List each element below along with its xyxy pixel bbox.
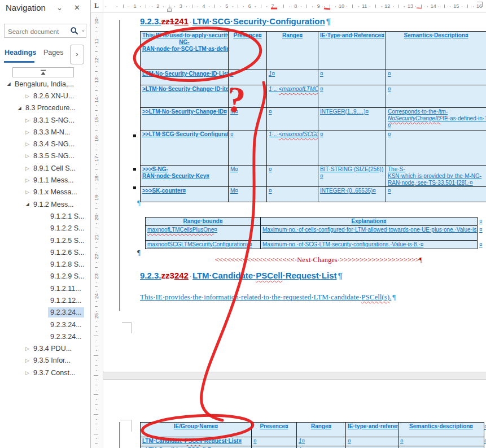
table-cell[interactable]: INTEGER·(0..65535)¤ (318, 187, 386, 202)
table-cell[interactable]: maxnoofLTMCellsPlusOne¤ (146, 226, 261, 241)
table-header-cell[interactable]: Presence¤ (252, 423, 297, 437)
nav-heading-item[interactable]: 9.1.2.2 S... (0, 223, 90, 234)
table-cell[interactable]: LTM·Candidate·PSCell·Request·List¤ (141, 437, 252, 446)
table-cell[interactable]: >LTM·No·Security·Change·ID·item¤ (141, 85, 229, 108)
table-cell[interactable]: ¤ (386, 131, 486, 166)
nav-heading-label[interactable]: 9.1.2.9 S... (48, 271, 86, 281)
table-cell[interactable]: ¤ (267, 166, 318, 187)
nav-heading-item[interactable]: ▷8.2.6 XN-U... (0, 90, 90, 102)
close-icon[interactable]: ✕ (74, 3, 80, 12)
table-header-cell[interactable]: IE·type·and·reference¤ (346, 423, 399, 437)
table-cell[interactable]: >>LTM·No·Security·Change·ID¤ (141, 108, 229, 131)
expand-triangle-icon[interactable]: ▷ (24, 346, 31, 351)
table-cell[interactable]: INTEGER(1..9,…)¤ (318, 108, 386, 131)
table-header-cell[interactable]: IE·Type·and·Reference¤ (318, 32, 386, 70)
nav-heading-item[interactable]: ▷8.3.1 S-NG... (0, 114, 90, 126)
nav-heading-item[interactable]: ▷8.3.4 S-NG... (0, 138, 90, 150)
table-cell[interactable]: 1·..·<maxnoofLTMCellsPlusOne>¤ (267, 85, 318, 108)
section-heading-ltm-candidate-pscell-request-list[interactable]: 9.2.3.zz3242·LTM·Candidate·PSCell·Reques… (140, 271, 343, 280)
nav-heading-item[interactable]: ◢Bengaluru, India,... (0, 78, 90, 90)
nav-heading-item[interactable]: 9.2.3.24... (0, 319, 90, 330)
table-header-cell[interactable]: This·IE·is·used·to·apply·security·in·the… (141, 32, 229, 70)
table-cell[interactable]: 1¤ (267, 70, 318, 85)
table-header-cell[interactable]: Semantics·Description¤ (386, 32, 486, 70)
table-cell[interactable]: ¤ (346, 446, 399, 448)
collapse-triangle-icon[interactable]: ◢ (24, 202, 31, 207)
table-cell[interactable]: M¤ (229, 187, 267, 202)
table-cell[interactable]: ¤ (318, 131, 386, 166)
table-cell[interactable]: M¤ (229, 166, 267, 187)
nav-heading-item[interactable]: 9.1.2.1 S... (0, 210, 90, 222)
tabs-more-button[interactable]: › (70, 45, 84, 64)
nav-heading-label[interactable]: 9.1.2.12... (48, 295, 84, 306)
nav-heading-item[interactable]: ▷9.1.x Messa... (0, 186, 90, 198)
table-cell[interactable]: ¤ (386, 85, 486, 108)
table-cell[interactable]: >>>SK-counter¤ (141, 187, 229, 202)
table-header-cell[interactable]: Semantics·description¤ (399, 423, 484, 437)
table-cell[interactable]: M¤ (229, 108, 267, 131)
table-cell[interactable]: LTM·No·Security·Change·ID·List¤ (141, 70, 229, 85)
nav-heading-label[interactable]: 8.3.1 S-NG... (31, 115, 77, 125)
table-cell[interactable]: ¤ (318, 85, 386, 108)
table-cell[interactable]: 1·..·<maxnoofSCGLTMSecurityConfiguration… (267, 131, 318, 166)
tab-headings[interactable]: Headings (5, 49, 36, 56)
nav-heading-label[interactable]: 9.1.2.6 S... (48, 247, 86, 258)
expand-triangle-icon[interactable]: ▷ (24, 166, 31, 171)
nav-heading-item[interactable]: 9.1.2.11... (0, 282, 90, 294)
nav-heading-item[interactable]: 9.1.2.5 S... (0, 234, 90, 246)
table-cell[interactable]: ¤ (229, 70, 267, 85)
expand-triangle-icon[interactable]: ▷ (24, 93, 31, 99)
intro-paragraph[interactable]: This·IE·provides·the·information·related… (140, 293, 396, 302)
table-header-cell[interactable]: Explanation¤ (261, 218, 478, 226)
table-cell[interactable]: ¤ (346, 437, 399, 446)
nav-heading-label[interactable]: 9.3.5 Infor... (31, 355, 73, 366)
chevron-down-icon[interactable]: ⌄ (56, 3, 63, 12)
table-header-cell[interactable]: Range¤ (297, 423, 346, 437)
table-cell[interactable]: >>LTM·SCG·Security·Configuration·Informa… (141, 131, 229, 166)
table-cell[interactable]: maxnoofSCGLTMSecurityConfigurations¤ (146, 241, 261, 249)
table-cell[interactable]: BIT·STRING·(SIZE(256))¤ (318, 166, 386, 187)
nav-heading-label[interactable]: 9.2.3.24... (48, 307, 84, 317)
table-header-cell[interactable]: Range·bound¤ (146, 218, 261, 226)
table-cell[interactable]: ¤ (399, 446, 484, 448)
table-cell[interactable]: ¤ (318, 70, 386, 85)
nav-heading-label[interactable]: 9.3.4 PDU... (31, 343, 74, 354)
jump-to-top-button[interactable] (12, 67, 74, 77)
search-options-chevron-icon[interactable]: ⌄ (81, 27, 85, 33)
section-heading-ltm-scg-security-configuration[interactable]: 9.2.3.zz1241·LTM·SCG·Security·Configurat… (140, 16, 331, 26)
nav-heading-label[interactable]: 9.2.3.24... (48, 320, 84, 330)
search-icon[interactable] (71, 27, 78, 37)
nav-heading-item[interactable]: ▷9.3.4 PDU... (0, 343, 90, 355)
expand-triangle-icon[interactable]: ▷ (24, 177, 31, 183)
collapse-triangle-icon[interactable]: ◢ (16, 106, 23, 111)
nav-heading-item[interactable]: ▷9.1.1 Mess... (0, 174, 90, 186)
tab-stop-selector[interactable]: L (91, 0, 103, 12)
tab-pages[interactable]: Pages (43, 49, 63, 56)
table-cell[interactable]: 1·..· (297, 446, 346, 448)
nav-heading-label[interactable]: 9.1.2.8 S... (48, 259, 86, 269)
table-cell[interactable]: ¤ (252, 437, 297, 446)
next-changes-separator[interactable]: <<<<<<<<<<<<<<<<<<<<·Next·Changes·>>>>>>… (215, 256, 422, 264)
nav-heading-label[interactable]: 8.3 Procedure... (23, 103, 78, 113)
expand-triangle-icon[interactable]: ▷ (24, 358, 31, 363)
table-cell[interactable]: Maximum·no.·of·cells·configured·for·LTM·… (261, 226, 478, 241)
table-header-cell[interactable]: IE/Group·Name¤ (141, 423, 252, 437)
table-cell[interactable]: The·S-KSN·which·is·provided·by·the·M-NG-… (386, 166, 486, 187)
expand-triangle-icon[interactable]: ▷ (24, 153, 31, 159)
hanging-indent-marker[interactable] (167, 6, 173, 12)
table-header-cell[interactable]: Presence¤ (229, 32, 267, 70)
table-cell[interactable]: >LTM·Candidate·PSCell·Request· (141, 446, 252, 448)
collapse-triangle-icon[interactable]: ◢ (5, 81, 12, 86)
expand-triangle-icon[interactable]: ▷ (24, 118, 31, 123)
nav-heading-item[interactable]: 9.1.2.12... (0, 294, 90, 306)
nav-heading-item[interactable]: 9.1.2.9 S... (0, 271, 90, 282)
nav-heading-item[interactable]: 9.1.2.6 S... (0, 246, 90, 258)
nav-heading-item[interactable]: ▷9.3.7 Const... (0, 367, 90, 379)
table-cell[interactable]: ¤ (252, 446, 297, 448)
nav-heading-item[interactable]: ◢8.3 Procedure... (0, 102, 90, 114)
table-cell[interactable]: ¤ (267, 187, 318, 202)
nav-heading-label[interactable]: 9.3.7 Const... (31, 368, 77, 378)
table-cell[interactable]: Maximum·no.·of·SCG·LTM·security·configur… (261, 241, 478, 249)
nav-heading-label[interactable]: 9.2.3.24... (48, 332, 84, 342)
nav-heading-label[interactable]: 9.1.2.5 S... (48, 236, 86, 246)
